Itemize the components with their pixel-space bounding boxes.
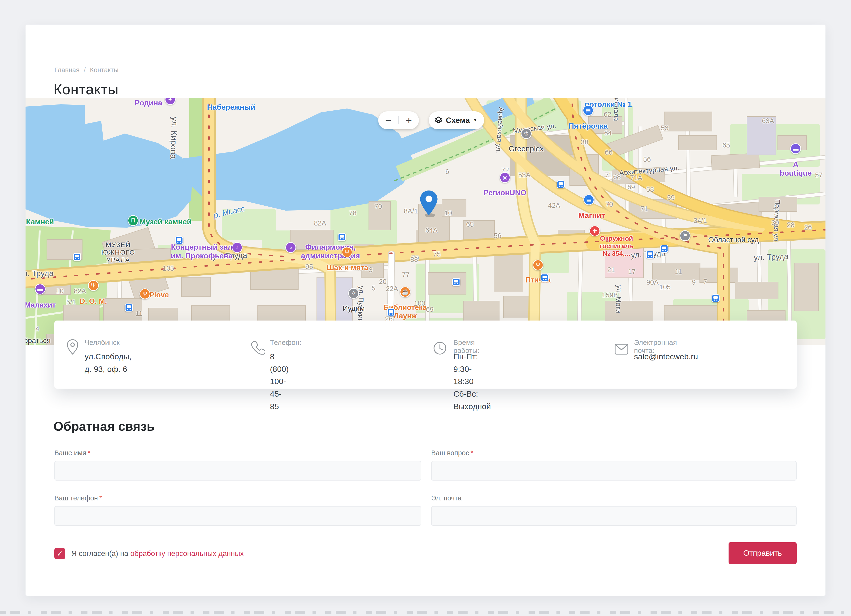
consent-checkbox[interactable]: ✓	[54, 548, 65, 559]
clock-icon	[433, 341, 447, 356]
lounge-icon[interactable]: ☕	[400, 287, 410, 297]
pyaterochka-icon[interactable]: ▤	[583, 105, 594, 116]
bus-stop-icon[interactable]	[125, 303, 133, 311]
email-value[interactable]: sale@intecweb.ru	[634, 350, 698, 363]
bus-stop-icon[interactable]	[557, 180, 565, 188]
bus-stop-icon[interactable]	[338, 233, 346, 241]
page-title: Контакты	[53, 81, 119, 98]
footer-marquee	[0, 611, 851, 614]
field-input[interactable]	[54, 461, 421, 481]
personal-data-link[interactable]: обработку персональных данных	[130, 549, 244, 557]
feedback-heading: Обратная связь	[53, 419, 155, 434]
consent-text: Я согласен(а) на обработку персональных …	[71, 549, 244, 558]
field-label: Ваш телефон*	[54, 494, 421, 502]
zoom-out-button[interactable]: −	[378, 114, 398, 126]
museum-icon[interactable]: Π	[128, 215, 138, 226]
bus-stop-icon[interactable]	[660, 245, 668, 253]
field-label: Ваш вопрос*	[431, 449, 797, 457]
form-field-1: Ваше имя*	[54, 449, 421, 481]
restaurant-icon[interactable]: Ψ	[88, 280, 99, 291]
breadcrumb-home[interactable]: Главная	[54, 66, 80, 74]
court-icon[interactable]: ⚑	[680, 230, 690, 241]
feedback-form: Ваше имя*Ваш вопрос*Ваш телефон*Эл. почт…	[54, 449, 797, 526]
breadcrumb-current: Контакты	[90, 66, 119, 74]
form-field-2: Ваш вопрос*	[431, 449, 797, 481]
map-background	[26, 98, 825, 345]
greenplex-icon[interactable]: ♔	[521, 128, 532, 139]
field-label: Ваше имя*	[54, 449, 421, 457]
location-icon	[66, 338, 80, 358]
bus-stop-icon[interactable]	[711, 294, 720, 302]
zoom-in-button[interactable]: +	[399, 114, 419, 126]
form-field-4: Эл. почта	[431, 494, 797, 526]
phone-value[interactable]: 8 (800) 100-45-85	[270, 350, 289, 412]
restaurant-icon[interactable]: Ψ	[341, 247, 352, 258]
contact-info-card: Челябинск ул.Свободы, д. 93, оф. 6 Телеф…	[54, 320, 797, 389]
hotel-icon[interactable]: ▬	[35, 284, 46, 294]
magnit-icon[interactable]: ▤	[583, 194, 594, 205]
bus-stop-icon[interactable]	[541, 274, 549, 282]
city-label: Челябинск	[85, 338, 120, 347]
field-input[interactable]	[431, 461, 797, 481]
bus-stop-icon[interactable]	[452, 278, 460, 286]
required-asterisk: *	[471, 449, 473, 457]
bus-stop-icon[interactable]	[175, 236, 183, 245]
chevron-down-icon: ▼	[473, 118, 477, 123]
map-zoom-control: − +	[378, 111, 419, 129]
form-field-3: Ваш телефон*	[54, 494, 421, 526]
required-asterisk: *	[88, 449, 90, 457]
philharmonic-icon[interactable]: ♪	[285, 242, 296, 253]
phone-label: Телефон:	[270, 338, 301, 347]
consent-row: ✓ Я согласен(а) на обработку персональны…	[54, 548, 244, 559]
email-icon	[614, 343, 629, 356]
region-uno-icon[interactable]: ◉	[499, 172, 510, 183]
field-label: Эл. почта	[431, 494, 797, 502]
content-panel: Главная/Контакты Контакты	[26, 25, 825, 596]
location-pin-icon[interactable]	[418, 190, 439, 218]
bus-stop-icon[interactable]	[646, 251, 654, 258]
phone-icon	[250, 340, 265, 356]
hospital-icon[interactable]: ✚	[589, 225, 600, 236]
hours-value: Пн-Пт: 9:30-18:30Сб-Вс: Выходной	[453, 350, 491, 412]
breadcrumb: Главная/Контакты	[54, 66, 119, 74]
map-layer-button[interactable]: Схема ▼	[429, 111, 484, 129]
field-input[interactable]	[54, 506, 421, 526]
map-canvas[interactable]: ул. Кироваул. Трудал. Трудаул. Трудаул. …	[26, 98, 825, 345]
synagogue-icon[interactable]: ✡	[348, 288, 359, 299]
hotel-icon[interactable]: ▬	[790, 143, 801, 154]
bus-stop-icon[interactable]	[387, 308, 395, 316]
layers-icon	[435, 116, 442, 124]
breadcrumb-separator: /	[84, 66, 86, 74]
submit-button[interactable]: Отправить	[729, 542, 797, 564]
restaurant-icon[interactable]: Ψ	[532, 260, 543, 270]
address-value: ул.Свободы, д. 93, оф. 6	[85, 350, 131, 375]
bus-stop-icon[interactable]	[73, 253, 81, 261]
required-asterisk: *	[99, 494, 102, 502]
layer-label: Схема	[446, 116, 470, 125]
field-input[interactable]	[431, 506, 797, 526]
concert-hall-icon[interactable]: ♪	[232, 242, 242, 253]
restaurant-icon[interactable]: Ψ	[140, 288, 150, 299]
